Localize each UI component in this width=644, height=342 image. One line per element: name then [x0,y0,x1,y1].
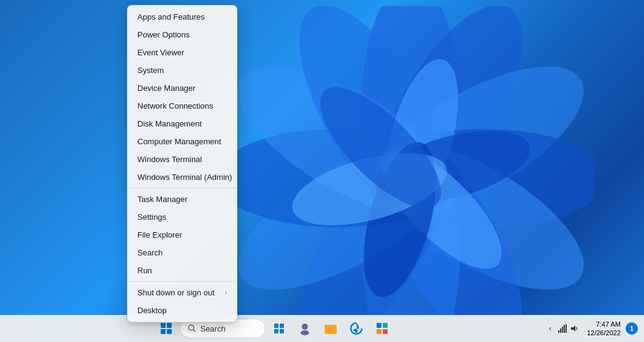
svg-line-19 [194,330,196,332]
search-icon [188,324,196,333]
task-view-icon [273,322,285,335]
menu-item-run[interactable]: Run [128,262,237,279]
menu-item-label-event-viewer: Event Viewer [137,48,184,57]
menu-item-shut-down-sign-out[interactable]: Shut down or sign out› [128,284,237,301]
clock-date: 12/26/2022 [587,328,621,337]
edge-button[interactable] [344,316,369,341]
menu-item-event-viewer[interactable]: Event Viewer [128,44,237,61]
menu-item-label-settings: Settings [137,212,166,222]
svg-rect-20 [274,324,278,328]
store-button[interactable] [370,316,394,341]
desktop: Apps and FeaturesPower OptionsEvent View… [0,0,644,342]
file-explorer-icon [324,322,337,335]
menu-item-label-network-connections: Network Connections [137,101,213,111]
svg-rect-32 [558,330,559,333]
menu-item-desktop[interactable]: Desktop [128,301,237,319]
menu-item-device-manager[interactable]: Device Manager [128,79,237,97]
menu-item-label-search: Search [137,248,163,257]
menu-item-label-power-options: Power Options [137,30,190,39]
svg-rect-29 [383,323,388,328]
menu-item-computer-management[interactable]: Computer Management [128,133,237,150]
menu-item-label-system: System [137,66,164,75]
svg-rect-34 [562,327,563,333]
menu-item-search[interactable]: Search [128,244,237,262]
menu-item-label-file-explorer: File Explorer [137,230,182,239]
menu-item-chevron-shut-down-sign-out: › [225,289,227,296]
svg-rect-23 [280,329,284,333]
teams-button[interactable] [293,316,317,341]
menu-item-label-windows-terminal-admin: Windows Terminal (Admin) [137,173,232,182]
show-hidden-icons-button[interactable]: ‹ [545,324,555,333]
menu-item-label-device-manager: Device Manager [137,84,196,93]
menu-item-label-shut-down-sign-out: Shut down or sign out [137,288,215,297]
svg-rect-36 [565,324,567,333]
menu-item-task-manager[interactable]: Task Manager [128,190,237,208]
clock[interactable]: 7:47 AM 12/26/2022 [585,319,623,339]
svg-point-25 [301,330,309,335]
system-tray: ‹ [543,319,638,339]
svg-rect-21 [280,324,284,328]
menu-item-label-task-manager: Task Manager [137,195,188,204]
svg-rect-35 [564,325,565,333]
network-icon [558,324,567,333]
menu-item-windows-terminal-admin[interactable]: Windows Terminal (Admin) [128,168,237,186]
menu-item-label-computer-management: Computer Management [137,137,221,146]
tray-icons: ‹ [543,324,582,333]
menu-item-label-run: Run [137,266,152,275]
store-icon [375,322,389,335]
taskbar-center: Search [6,316,543,341]
svg-point-18 [189,325,194,330]
file-explorer-taskbar-button[interactable] [318,316,343,341]
menu-item-power-options[interactable]: Power Options [128,26,237,44]
menu-item-label-windows-terminal: Windows Terminal [137,155,202,164]
volume-icon [570,324,579,333]
clock-time: 7:47 AM [587,320,621,328]
svg-rect-31 [383,329,388,334]
menu-item-label-disk-management: Disk Management [137,119,202,128]
svg-point-24 [302,324,308,330]
menu-item-apps-features[interactable]: Apps and Features [128,8,237,26]
teams-icon [298,322,312,335]
menu-divider [128,188,237,188]
svg-marker-37 [571,325,575,332]
menu-item-label-apps-features: Apps and Features [137,12,205,21]
svg-rect-33 [560,328,561,333]
menu-item-disk-management[interactable]: Disk Management [128,115,237,133]
menu-item-settings[interactable]: Settings [128,208,237,226]
search-label: Search [200,324,225,333]
menu-item-system[interactable]: System [128,61,237,79]
taskbar: Search [0,315,644,342]
menu-item-file-explorer[interactable]: File Explorer [128,226,237,244]
edge-icon [350,322,363,335]
svg-rect-22 [274,329,278,333]
network-tray-icon[interactable] [558,324,567,333]
menu-divider [128,281,237,282]
menu-item-windows-terminal[interactable]: Windows Terminal [128,150,237,168]
notification-center-button[interactable]: 1 [626,322,638,335]
task-view-button[interactable] [267,316,291,341]
menu-item-network-connections[interactable]: Network Connections [128,97,237,115]
windows-logo-icon [161,323,172,334]
svg-rect-27 [324,325,329,327]
menu-item-label-desktop: Desktop [137,306,167,315]
svg-rect-28 [377,323,381,328]
context-menu: Apps and FeaturesPower OptionsEvent View… [127,5,237,322]
svg-rect-30 [377,329,381,334]
volume-tray-icon[interactable] [570,324,580,333]
bloom-decoration [227,6,595,332]
